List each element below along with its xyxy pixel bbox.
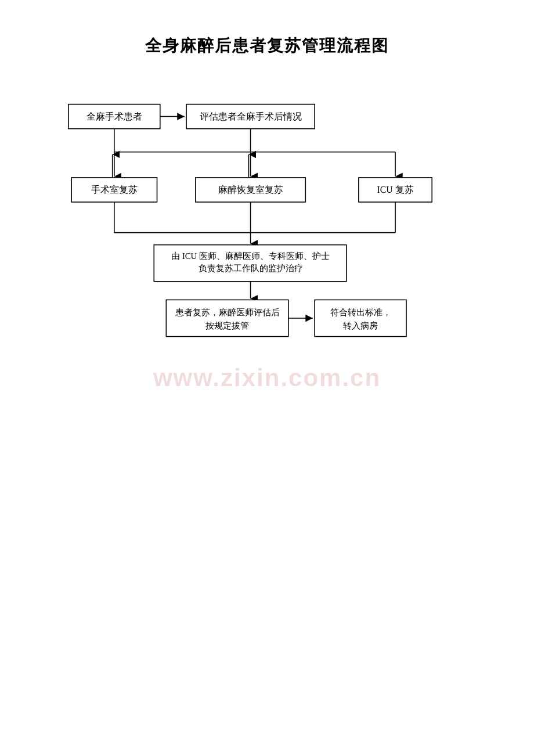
page: 全身麻醉后患者复苏管理流程图 全麻手术患者 评估患者全麻手术后情况 <box>0 0 534 756</box>
patient-label: 全麻手术患者 <box>86 111 142 121</box>
svg-rect-21 <box>166 300 288 336</box>
extubate-line2: 按规定拔管 <box>205 321 249 330</box>
assess-label: 评估患者全麻手术后情况 <box>200 111 302 121</box>
flowchart: 全麻手术患者 评估患者全麻手术后情况 手术室复苏 麻醉恢复室复苏 ICU 复苏 <box>35 86 499 379</box>
recovery-label: 麻醉恢复室复苏 <box>218 185 283 195</box>
team-line2: 负责复苏工作队的监护治疗 <box>199 264 303 273</box>
extubate-line1: 患者复苏，麻醉医师评估后 <box>175 308 280 317</box>
page-title: 全身麻醉后患者复苏管理流程图 <box>35 35 499 57</box>
svg-rect-23 <box>315 300 406 336</box>
transfer-line2: 转入病房 <box>343 321 378 330</box>
team-line1: 由 ICU 医师、麻醉医师、专科医师、护士 <box>171 251 330 261</box>
transfer-line1: 符合转出标准， <box>330 308 391 317</box>
surgery-label: 手术室复苏 <box>91 185 138 195</box>
icu-label: ICU 复苏 <box>377 185 414 195</box>
